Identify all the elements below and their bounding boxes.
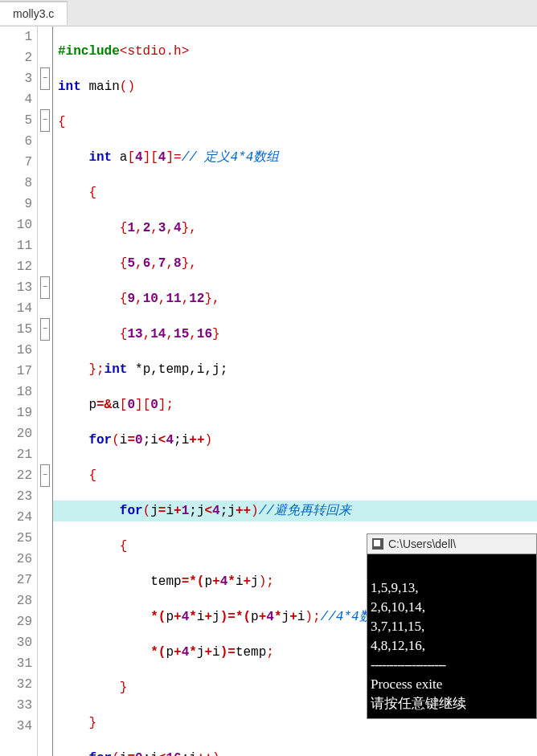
- fold-toggle[interactable]: −: [40, 67, 50, 90]
- fn-main: main: [88, 80, 119, 94]
- comment: //避免再转回来: [259, 504, 351, 518]
- fold-toggle[interactable]: −: [40, 109, 50, 132]
- tab-bar: molly3.c: [0, 0, 537, 27]
- fold-toggle[interactable]: −: [40, 276, 50, 299]
- console-output: 1,5,9,13, 2,6,10,14, 3,7,11,15, 4,8,12,1…: [367, 554, 536, 718]
- console-title-text: C:\Users\dell\: [388, 537, 456, 550]
- console-icon: [372, 538, 383, 550]
- preprocessor: #include: [58, 44, 120, 59]
- comment: // 定义4*4数组: [182, 150, 280, 165]
- highlighted-line: for(j=i+1;j<4;j++)//避免再转回来: [53, 501, 537, 521]
- fold-toggle[interactable]: −: [40, 464, 50, 487]
- line-gutter: 1234567891011121314151617181920212223242…: [0, 27, 38, 756]
- file-tab[interactable]: molly3.c: [0, 1, 68, 25]
- console-window[interactable]: C:\Users\dell\ 1,5,9,13, 2,6,10,14, 3,7,…: [367, 533, 537, 719]
- fold-column: −−−−−: [38, 27, 53, 756]
- fold-toggle[interactable]: −: [40, 318, 50, 341]
- console-titlebar[interactable]: C:\Users\dell\: [367, 534, 536, 554]
- kw-int: int: [58, 80, 81, 94]
- include-file: <stdio.h>: [120, 44, 189, 59]
